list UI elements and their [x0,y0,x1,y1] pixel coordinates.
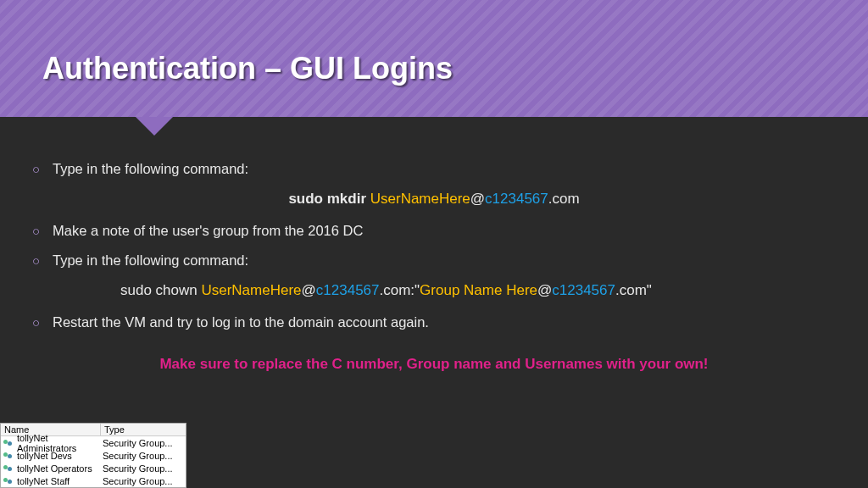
table-row: tollyNet Devs Security Group... [1,449,186,462]
group-name: tollyNet Operators [17,463,103,474]
group-type: Security Group... [103,463,186,474]
command-line-2: sudo chown UserNameHere@c1234567.com:"Gr… [32,280,836,301]
group-icon [3,451,14,461]
bullet-text: Restart the VM and try to log in to the … [53,314,429,330]
cmd-at: @ [302,282,316,298]
bullet-item: Type in the following command: [32,159,836,179]
cmd-mid: .com:" [380,282,420,298]
cmd-group: Group Name Here [420,282,537,298]
bullet-item: Restart the VM and try to log in to the … [32,313,836,332]
group-icon [3,438,14,448]
table-row: tollyNet Staff Security Group... [1,474,186,487]
table-row: tollyNet Administrators Security Group..… [1,436,186,449]
table-row: tollyNet Operators Security Group... [1,462,186,474]
groups-panel: Name Type tollyNet Administrators Securi… [0,423,186,488]
bullet-text: Type in the following command: [53,252,248,268]
cmd-cnumber: c1234567 [316,282,380,298]
cmd-at: @ [470,191,485,207]
column-header-type: Type [101,424,186,435]
cmd-username: UserNameHere [370,191,470,207]
header-arrow-icon [136,117,173,136]
bullet-text: Make a note of the user's group from the… [53,223,363,238]
group-type: Security Group... [103,476,186,486]
cmd-prefix: sudo mkdir [288,191,370,207]
cmd-cnumber: c1234567 [552,282,615,298]
cmd-cnumber: c1234567 [485,191,548,207]
page-title: Authentication – GUI Logins [42,51,453,86]
cmd-prefix: sudo chown [120,282,201,298]
slide-header: Authentication – GUI Logins [0,0,868,117]
command-line-1: sudo mkdir UserNameHere@c1234567.com [32,189,836,209]
bullet-item: Type in the following command: [32,251,836,270]
cmd-suffix: .com [548,191,580,207]
cmd-username: UserNameHere [201,282,301,298]
cmd-at: @ [537,282,552,298]
group-name: tollyNet Devs [17,451,103,461]
group-icon [3,463,14,474]
group-type: Security Group... [103,438,186,448]
group-name: tollyNet Staff [17,476,103,486]
bullet-item: Make a note of the user's group from the… [32,221,836,241]
warning-text: Make sure to replace the C number, Group… [32,354,836,374]
group-type: Security Group... [103,451,186,461]
group-icon [3,476,14,486]
bullet-text: Type in the following command: [53,161,248,176]
cmd-suffix: .com" [615,282,652,298]
slide-body: Type in the following command: sudo mkdi… [0,117,868,374]
